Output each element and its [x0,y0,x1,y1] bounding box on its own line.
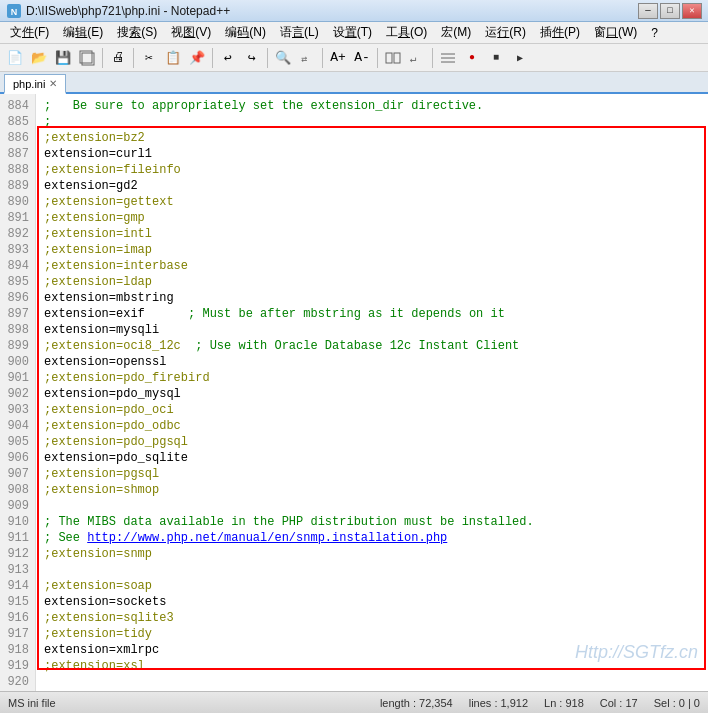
separator-7 [432,48,433,68]
menu-edit[interactable]: 编辑(E) [57,22,109,43]
code-line: ;extension=intl [44,226,700,242]
menu-file[interactable]: 文件(F) [4,22,55,43]
menu-macro[interactable]: 宏(M) [435,22,477,43]
redo-button[interactable]: ↪ [241,47,263,69]
title-bar: N D:\IISweb\php721\php.ini - Notepad++ —… [0,0,708,22]
separator-2 [133,48,134,68]
menu-search[interactable]: 搜索(S) [111,22,163,43]
paste-button[interactable]: 📌 [186,47,208,69]
find-button[interactable]: 🔍 [272,47,294,69]
code-line: ;extension=pdo_firebird [44,370,700,386]
code-line: ;extension=soap [44,578,700,594]
code-line: ;extension=sqlite3 [44,610,700,626]
replace-button[interactable]: ⇄ [296,47,318,69]
line-number: 913 [0,562,35,578]
wrap-button[interactable]: ↵ [406,47,428,69]
menu-view[interactable]: 视图(V) [165,22,217,43]
svg-rect-6 [394,53,400,63]
toolbar: 📄 📂 💾 🖨 ✂ 📋 📌 ↩ ↪ 🔍 ⇄ A+ A- ↵ ● ■ ▶ [0,44,708,72]
code-line: ;extension=fileinfo [44,162,700,178]
undo-button[interactable]: ↩ [217,47,239,69]
macro-stop-button[interactable]: ■ [485,47,507,69]
svg-text:↵: ↵ [410,53,417,65]
line-number: 903 [0,402,35,418]
line-numbers: 8848858868878888898908918928938948958968… [0,94,36,691]
separator-4 [267,48,268,68]
cut-button[interactable]: ✂ [138,47,160,69]
line-number: 911 [0,530,35,546]
code-line: ; See http://www.php.net/manual/en/snmp.… [44,530,700,546]
menu-plugins[interactable]: 插件(P) [534,22,586,43]
code-line: ;extension=imap [44,242,700,258]
code-line: ;extension=gmp [44,210,700,226]
code-content[interactable]: ; Be sure to appropriately set the exten… [36,94,708,691]
line-number: 892 [0,226,35,242]
line-number: 890 [0,194,35,210]
menu-language[interactable]: 语言(L) [274,22,325,43]
line-number: 914 [0,578,35,594]
copy-button[interactable]: 📋 [162,47,184,69]
code-line: ;extension=ldap [44,274,700,290]
code-line: ;extension=shmop [44,482,700,498]
line-number: 916 [0,610,35,626]
status-length: length : 72,354 [380,697,453,709]
macro-play-button[interactable]: ▶ [509,47,531,69]
code-line: extension=curl1 [44,146,700,162]
save-all-button[interactable] [76,47,98,69]
code-line [44,498,700,514]
line-number: 897 [0,306,35,322]
status-filetype: MS ini file [8,697,56,709]
line-number: 888 [0,162,35,178]
separator-6 [377,48,378,68]
tab-close-button[interactable]: ✕ [49,78,57,89]
maximize-button[interactable]: □ [660,3,680,19]
line-number: 905 [0,434,35,450]
separator-1 [102,48,103,68]
status-ln: Ln : 918 [544,697,584,709]
line-number: 919 [0,658,35,674]
code-line: ; The MIBS data available in the PHP dis… [44,514,700,530]
save-button[interactable]: 💾 [52,47,74,69]
macro-record-button[interactable]: ● [461,47,483,69]
tab-label: php.ini [13,78,45,90]
status-sel: Sel : 0 | 0 [654,697,700,709]
menu-run[interactable]: 运行(R) [479,22,532,43]
line-number: 895 [0,274,35,290]
code-line: extension=openssl [44,354,700,370]
code-line: extension=xmlrpc [44,642,700,658]
minimize-button[interactable]: — [638,3,658,19]
open-button[interactable]: 📂 [28,47,50,69]
line-number: 918 [0,642,35,658]
code-line: ;extension=xsl [44,658,700,674]
code-line [44,674,700,690]
code-line: extension=pdo_mysql [44,386,700,402]
code-line: ;extension=pgsql [44,466,700,482]
zoom-in-button[interactable]: A+ [327,47,349,69]
code-line: extension=mbstring [44,290,700,306]
line-number: 910 [0,514,35,530]
menu-window[interactable]: 窗口(W) [588,22,643,43]
sync-scroll-button[interactable] [382,47,404,69]
line-number: 886 [0,130,35,146]
new-button[interactable]: 📄 [4,47,26,69]
menu-tools[interactable]: 工具(O) [380,22,433,43]
menu-settings[interactable]: 设置(T) [327,22,378,43]
print-button[interactable]: 🖨 [107,47,129,69]
menu-help[interactable]: ? [645,24,664,42]
status-col: Col : 17 [600,697,638,709]
zoom-out-button[interactable]: A- [351,47,373,69]
code-line: ;extension=pdo_oci [44,402,700,418]
status-lines: lines : 1,912 [469,697,528,709]
code-line: extension=pdo_sqlite [44,450,700,466]
menu-encoding[interactable]: 编码(N) [219,22,272,43]
code-line: extension=mysqli [44,322,700,338]
snmp-link[interactable]: http://www.php.net/manual/en/snmp.instal… [87,531,447,545]
code-line: ;extension=tidy [44,626,700,642]
code-line [44,562,700,578]
indent-button[interactable] [437,47,459,69]
line-number: 917 [0,626,35,642]
tab-phpini[interactable]: php.ini ✕ [4,74,66,94]
menu-bar: 文件(F) 编辑(E) 搜索(S) 视图(V) 编码(N) 语言(L) 设置(T… [0,22,708,44]
code-line: ; Be sure to appropriately set the exten… [44,98,700,114]
close-button[interactable]: ✕ [682,3,702,19]
